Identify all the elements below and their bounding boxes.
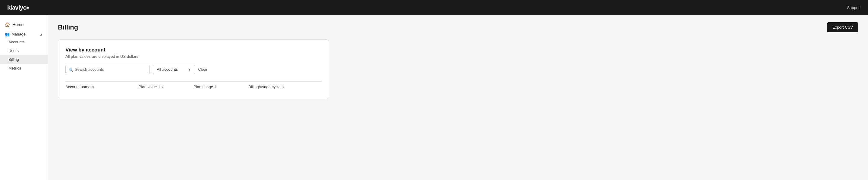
sidebar-item-users[interactable]: Users [0, 46, 48, 55]
table-header: Account name ⇅ Plan value ℹ ⇅ Plan usage… [65, 81, 321, 92]
search-accounts-input[interactable] [65, 65, 150, 74]
info-icon-plan-usage[interactable]: ℹ [215, 85, 216, 89]
table-col-account-name: Account name ⇅ [65, 84, 138, 89]
sidebar-item-metrics[interactable]: Metrics [0, 64, 48, 73]
sidebar-users-label: Users [8, 48, 19, 53]
plan-usage-label: Plan usage [193, 84, 213, 89]
chevron-down-icon: ▼ [188, 68, 191, 71]
manage-icon: 👥 [5, 32, 10, 36]
support-link[interactable]: Support [847, 5, 861, 10]
page-header: Billing Export CSV [58, 22, 858, 32]
sidebar-item-billing[interactable]: Billing [0, 55, 48, 64]
sidebar-accounts-label: Accounts [8, 40, 24, 44]
sidebar-billing-label: Billing [8, 57, 19, 62]
plan-value-label: Plan value [138, 84, 157, 89]
all-accounts-select-wrapper: All accounts ▼ [153, 65, 195, 74]
clear-filter-link[interactable]: Clear [198, 67, 207, 72]
top-nav: klaviyo Support [0, 0, 868, 15]
logo-text: klaviyo [7, 4, 27, 11]
sidebar: 🏠 Home 👥 Manage ▲ Accounts Users Billing… [0, 15, 48, 180]
search-icon: 🔍 [68, 67, 73, 72]
sidebar-manage-label: Manage [11, 32, 26, 36]
logo-dot [27, 7, 29, 9]
main-content: Billing Export CSV View by account All p… [48, 15, 868, 180]
table-col-billing-cycle: Billing/usage cycle ⇅ [248, 84, 321, 89]
chevron-up-icon: ▲ [39, 32, 43, 36]
home-icon: 🏠 [5, 22, 10, 27]
card-title: View by account [65, 47, 321, 53]
sidebar-manage-section[interactable]: 👥 Manage ▲ [0, 30, 48, 38]
billing-cycle-label: Billing/usage cycle [248, 84, 281, 89]
sort-icon-billing-cycle[interactable]: ⇅ [282, 85, 284, 88]
sort-icon-plan-value[interactable]: ⇅ [161, 85, 164, 88]
app-layout: 🏠 Home 👥 Manage ▲ Accounts Users Billing… [0, 15, 868, 180]
account-name-label: Account name [65, 84, 90, 89]
sort-icon-account-name[interactable]: ⇅ [92, 85, 94, 88]
sidebar-metrics-label: Metrics [8, 66, 21, 70]
sidebar-item-accounts[interactable]: Accounts [0, 38, 48, 46]
billing-card: View by account All plan values are disp… [58, 39, 329, 99]
card-subtitle: All plan values are displayed in US doll… [65, 54, 321, 59]
filters-row: 🔍 All accounts ▼ Clear [65, 65, 321, 74]
search-wrapper: 🔍 [65, 65, 150, 74]
all-accounts-select[interactable]: All accounts ▼ [153, 65, 195, 74]
sidebar-home-label: Home [12, 22, 24, 27]
page-title: Billing [58, 24, 78, 31]
table-col-plan-usage: Plan usage ℹ [193, 84, 248, 89]
logo: klaviyo [7, 4, 29, 11]
all-accounts-label: All accounts [157, 67, 178, 72]
export-csv-button[interactable]: Export CSV [827, 22, 858, 32]
table-col-plan-value: Plan value ℹ ⇅ [138, 84, 193, 89]
info-icon-plan-value[interactable]: ℹ [158, 85, 160, 89]
sidebar-item-home[interactable]: 🏠 Home [0, 20, 48, 30]
